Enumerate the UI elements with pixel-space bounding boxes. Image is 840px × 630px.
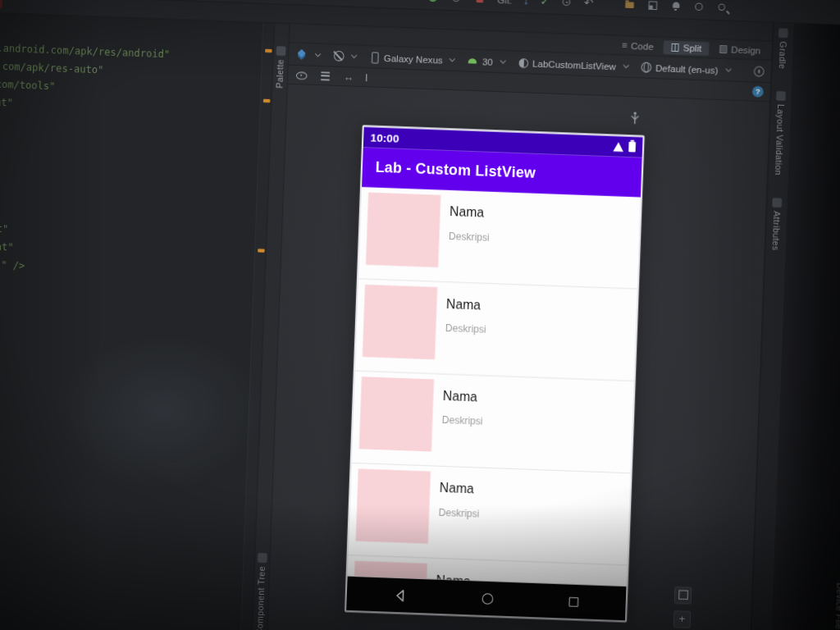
profiler-icon[interactable] <box>450 0 463 4</box>
battery-icon <box>628 142 636 153</box>
design-surface-selector[interactable] <box>296 48 321 62</box>
item-image-placeholder <box>356 468 431 543</box>
locale-selector[interactable]: Default (en-us) <box>640 61 730 76</box>
tab-code[interactable]: ≡Code <box>614 38 661 53</box>
zoom-controls: +− <box>673 587 692 630</box>
tab-layout-validation[interactable]: Layout Validation <box>774 91 786 176</box>
chevron-down-icon <box>450 56 455 62</box>
photo-stage: Pixel 3 API 28↻Git:↓✓↶ s.android.com/apk… <box>0 0 840 630</box>
list-item[interactable]: Nama Deskripsi <box>352 372 634 474</box>
component-tree-tab[interactable]: Component Tree <box>253 553 270 630</box>
layout-validation-icon <box>776 91 786 101</box>
theme-selector[interactable]: LabCustomListView <box>517 56 628 72</box>
layout-windows-icon[interactable] <box>646 0 659 11</box>
palette-tab[interactable]: Palette <box>272 46 289 89</box>
tab-design[interactable]: ▨Design <box>710 42 769 57</box>
list-view[interactable]: Nama Deskripsi Nama Deskripsi Nama Deskr… <box>348 187 641 587</box>
item-name: Nama <box>439 481 480 498</box>
zoom-to-fit-button[interactable] <box>674 587 692 605</box>
notifications-icon[interactable] <box>669 0 682 12</box>
project-structure-icon[interactable] <box>623 0 636 11</box>
list-item[interactable]: Nama Deskripsi <box>349 463 631 566</box>
stripe-tab-label: Attributes <box>770 211 781 251</box>
tab-label: Design <box>731 44 760 56</box>
item-name: Nama <box>450 204 491 221</box>
split-mode-icon: ◫ <box>670 43 679 52</box>
recents-button[interactable] <box>568 596 578 606</box>
wifi-icon <box>613 142 623 152</box>
device-selector[interactable]: Galaxy Nexus <box>368 51 455 66</box>
item-name: Nama <box>443 388 484 405</box>
item-text: Nama Deskripsi <box>444 286 488 376</box>
text-cursor-icon[interactable]: I <box>365 72 368 83</box>
attributes-icon <box>772 198 782 208</box>
item-image-placeholder <box>366 193 441 267</box>
chevron-down-icon <box>500 57 505 63</box>
theme-icon <box>517 56 529 68</box>
list-item[interactable]: Nama Deskripsi <box>358 187 641 290</box>
theme-label: LabCustomListView <box>532 57 616 71</box>
run-icon[interactable] <box>384 0 396 2</box>
device-icon <box>368 51 381 63</box>
code-editor-pane[interactable]: s.android.com/apk/res/android"p.com/apk/… <box>0 13 274 630</box>
status-time: 10:00 <box>370 131 399 145</box>
settings-icon[interactable] <box>693 1 705 13</box>
debug-icon[interactable] <box>427 0 440 3</box>
item-image-placeholder <box>359 377 434 451</box>
android-studio-window: Pixel 3 API 28↻Git:↓✓↶ s.android.com/apk… <box>0 0 840 630</box>
history-icon[interactable] <box>560 0 573 8</box>
api-version-selector[interactable]: 30 <box>467 54 505 67</box>
item-text: Nama Deskripsi <box>437 471 482 560</box>
navigation-buttons <box>394 589 578 609</box>
orientation-selector[interactable] <box>332 49 357 62</box>
device-file-explorer-tab[interactable]: Device File Explorer <box>832 582 840 630</box>
chevron-down-icon <box>725 66 731 71</box>
item-description: Deskripsi <box>438 507 479 518</box>
search-everywhere-icon[interactable] <box>716 2 728 14</box>
tab-split[interactable]: ◫Split <box>663 40 710 56</box>
tab-gradle[interactable]: Gradle <box>777 28 788 69</box>
item-description: Deskripsi <box>442 415 483 427</box>
undo-icon[interactable]: ↶ <box>584 0 594 8</box>
git-commit-icon[interactable]: ✓ <box>540 0 550 7</box>
back-button[interactable] <box>394 589 407 602</box>
warning-mark <box>265 49 272 53</box>
design-surface: 10:00 Lab - Custom ListView Nama Deskrip… <box>267 84 769 630</box>
locale-icon <box>640 61 652 73</box>
antenna-icon <box>629 111 640 128</box>
tab-attributes[interactable]: Attributes <box>770 198 782 251</box>
stripe-tab-label: Gradle <box>777 41 788 69</box>
item-name: Nama <box>446 296 487 313</box>
gradle-icon <box>778 28 788 38</box>
apply-changes-icon[interactable]: ↻ <box>407 0 417 2</box>
design-surface-icon <box>296 48 308 61</box>
app-title: Lab - Custom ListView <box>375 159 536 182</box>
chevron-down-icon <box>315 51 321 57</box>
list-item[interactable]: Nama Deskripsi <box>355 279 637 381</box>
view-options-icon[interactable] <box>295 69 308 81</box>
git-update-icon[interactable]: ↓ <box>523 0 529 6</box>
item-description: Deskripsi <box>449 231 490 242</box>
home-button[interactable] <box>482 593 494 605</box>
code-editor[interactable]: s.android.com/apk/res/android"p.com/apk/… <box>0 13 262 630</box>
resize-horizontal-icon[interactable]: ↔ <box>343 71 354 82</box>
device-label: Galaxy Nexus <box>384 52 443 64</box>
orientation-icon <box>332 49 345 62</box>
render-issues-icon[interactable] <box>754 66 765 76</box>
layout-list-icon[interactable] <box>319 70 332 82</box>
locale-label: Default (en-us) <box>655 62 719 75</box>
item-text: Nama Deskripsi <box>447 194 491 284</box>
zoom-in-button[interactable]: + <box>673 610 692 628</box>
api-version-label: 30 <box>482 56 493 66</box>
api-version-icon <box>467 54 479 66</box>
help-icon[interactable]: ? <box>752 86 764 98</box>
component-tree-icon <box>258 553 267 563</box>
design-mode-icon: ▨ <box>719 44 728 54</box>
item-text: Nama Deskripsi <box>441 379 485 468</box>
palette-icon <box>276 46 286 56</box>
palette-label: Palette <box>275 59 285 89</box>
chevron-down-icon <box>623 62 628 68</box>
stripe-tab-label: Layout Validation <box>774 104 786 176</box>
stop-icon[interactable] <box>474 0 486 5</box>
chevron-down-icon <box>351 52 357 58</box>
